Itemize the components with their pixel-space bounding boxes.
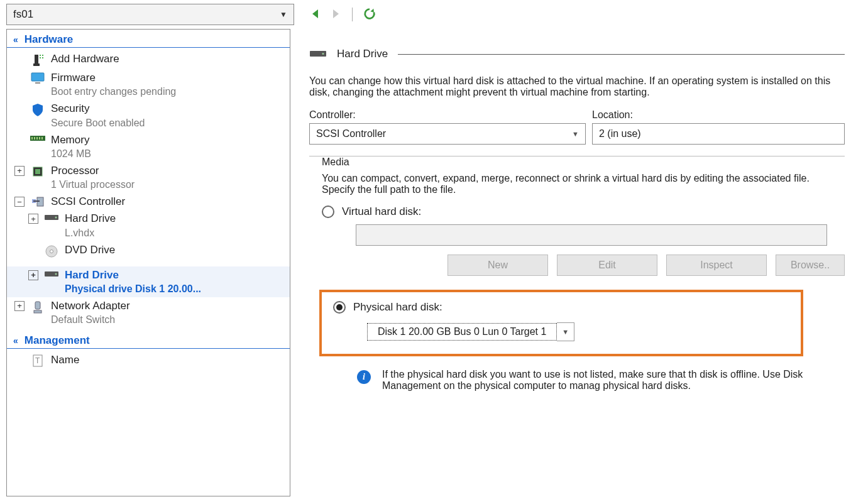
- network-icon: [30, 300, 46, 314]
- dvd-icon: [43, 244, 60, 258]
- media-legend: Media: [317, 156, 354, 168]
- svg-rect-8: [31, 137, 33, 140]
- edit-button: Edit: [557, 255, 657, 276]
- sidebar-item-firmware[interactable]: Firmware Boot entry changes pending: [7, 69, 290, 100]
- svg-rect-9: [34, 137, 35, 140]
- hardware-section-header[interactable]: « Hardware: [7, 30, 290, 48]
- svg-rect-11: [39, 137, 40, 140]
- name-icon: T: [30, 354, 46, 367]
- shield-icon: [30, 103, 46, 117]
- virtual-hard-disk-radio[interactable]: [322, 205, 334, 218]
- svg-rect-24: [34, 310, 41, 313]
- svg-point-28: [322, 53, 324, 55]
- controller-dropdown[interactable]: SCSI Controller ▼: [309, 123, 586, 145]
- svg-rect-10: [36, 137, 38, 140]
- management-section-label: Management: [25, 334, 90, 347]
- new-button: New: [447, 255, 548, 276]
- nav-forward-icon: [329, 8, 342, 22]
- sidebar-item-memory[interactable]: Memory 1024 MB: [7, 131, 290, 162]
- sidebar-item-scsi-controller[interactable]: − SCSI Controller: [7, 193, 290, 210]
- detail-title: Hard Drive: [337, 48, 388, 60]
- svg-rect-5: [31, 73, 44, 81]
- nav-back-icon[interactable]: [309, 8, 322, 22]
- physical-hard-disk-label: Physical hard disk:: [353, 301, 442, 314]
- add-hardware-icon: [30, 53, 46, 67]
- toolbar-separator: [352, 8, 353, 21]
- svg-rect-4: [38, 56, 45, 57]
- collapse-icon[interactable]: −: [14, 197, 25, 207]
- info-icon: i: [357, 370, 371, 384]
- controller-label: Controller:: [309, 109, 592, 121]
- hard-drive-icon: [43, 270, 60, 278]
- svg-rect-1: [33, 63, 40, 66]
- collapse-icon: «: [13, 35, 18, 45]
- vm-select-value: fs01: [13, 8, 33, 21]
- physical-disk-select[interactable]: Disk 1 20.00 GB Bus 0 Lun 0 Target 1: [367, 323, 557, 341]
- browse-button: Browse..: [776, 255, 845, 276]
- svg-rect-12: [41, 137, 43, 140]
- scsi-icon: [30, 196, 46, 207]
- svg-point-22: [55, 273, 57, 275]
- expand-icon[interactable]: +: [28, 214, 38, 224]
- physical-hard-disk-radio[interactable]: [333, 301, 346, 314]
- svg-point-20: [50, 249, 53, 253]
- inspect-button: Inspect: [666, 255, 767, 276]
- info-text: If the physical hard disk you want to us…: [382, 369, 825, 392]
- collapse-icon: «: [13, 336, 18, 346]
- refresh-icon[interactable]: [363, 7, 376, 23]
- sidebar-item-network-adapter[interactable]: + Network Adapter Default Switch: [7, 297, 290, 328]
- svg-text:T: T: [35, 356, 40, 365]
- chevron-down-icon: ▼: [572, 130, 579, 138]
- svg-rect-0: [35, 55, 38, 63]
- svg-rect-6: [35, 82, 40, 84]
- vhd-path-input: [356, 224, 827, 246]
- management-section-header[interactable]: « Management: [7, 331, 290, 349]
- chevron-down-icon[interactable]: ▼: [557, 322, 574, 341]
- vm-select[interactable]: fs01 ▼: [6, 4, 294, 25]
- processor-icon: [30, 165, 46, 178]
- detail-intro: You can change how this virtual hard dis…: [309, 75, 831, 98]
- hard-drive-icon: [309, 48, 327, 60]
- expand-icon[interactable]: +: [14, 166, 25, 176]
- location-dropdown[interactable]: 2 (in use): [592, 123, 845, 145]
- sidebar-item-hard-drive-2[interactable]: + Hard Drive Physical drive Disk 1 20.00…: [7, 266, 290, 297]
- monitor-icon: [30, 72, 46, 85]
- svg-rect-14: [35, 169, 40, 174]
- hardware-section-label: Hardware: [25, 33, 73, 46]
- detail-pane: Hard Drive You can change how this virtu…: [290, 29, 845, 496]
- physical-disk-highlight: Physical hard disk: Disk 1 20.00 GB Bus …: [319, 290, 803, 356]
- divider-rule: [398, 54, 845, 55]
- media-description: You can compact, convert, expand, merge,…: [322, 173, 831, 195]
- sidebar-item-processor[interactable]: + Processor 1 Virtual processor: [7, 162, 290, 193]
- sidebar-item-dvd-drive[interactable]: DVD Drive: [7, 241, 290, 260]
- virtual-hard-disk-label: Virtual hard disk:: [342, 205, 421, 218]
- svg-point-18: [55, 217, 57, 219]
- sidebar-item-add-hardware[interactable]: Add Hardware: [7, 50, 290, 69]
- location-label: Location:: [592, 109, 845, 121]
- expand-icon[interactable]: +: [28, 270, 38, 280]
- memory-icon: [30, 134, 46, 143]
- sidebar-item-name[interactable]: T Name: [7, 351, 290, 369]
- svg-rect-23: [35, 302, 40, 309]
- hard-drive-icon: [43, 213, 60, 222]
- sidebar-item-hard-drive-1[interactable]: + Hard Drive L.vhdx: [7, 210, 290, 241]
- settings-tree: « Hardware Add Hardware Firmware Boot en…: [6, 29, 290, 496]
- sidebar-item-security[interactable]: Security Secure Boot enabled: [7, 100, 290, 131]
- expand-icon[interactable]: +: [14, 301, 25, 311]
- chevron-down-icon: ▼: [280, 10, 287, 19]
